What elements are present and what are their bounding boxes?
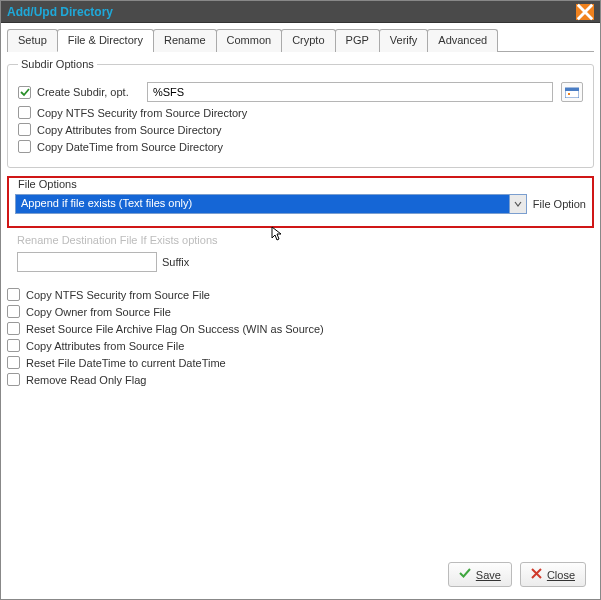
reset-datetime-checkbox[interactable] (7, 356, 20, 369)
copy-datetime-dir-label: Copy DateTime from Source Directory (37, 141, 223, 153)
svg-rect-2 (568, 93, 570, 95)
rename-destination-group: Rename Destination File If Exists option… (7, 234, 594, 272)
close-label: Close (547, 569, 575, 581)
window-close-button[interactable] (576, 4, 594, 20)
tab-advanced[interactable]: Advanced (427, 29, 498, 52)
file-option-dropdown[interactable]: Append if file exists (Text files only) (15, 194, 527, 214)
file-options-legend: File Options (15, 178, 586, 190)
tab-setup[interactable]: Setup (7, 29, 58, 52)
titlebar: Add/Upd Directory (1, 1, 600, 23)
subdir-options-group: Subdir Options Create Subdir, opt. (7, 58, 594, 168)
bottom-bar: Save Close (7, 556, 594, 593)
copy-ntfs-file-checkbox[interactable] (7, 288, 20, 301)
file-option-value: Append if file exists (Text files only) (16, 195, 510, 213)
suffix-label: Suffix (162, 256, 189, 268)
panel-body: Subdir Options Create Subdir, opt. (7, 58, 594, 593)
check-icon (459, 567, 471, 582)
suffix-input[interactable] (17, 252, 157, 272)
copy-owner-file-checkbox[interactable] (7, 305, 20, 318)
file-options-highlight: File Options Append if file exists (Text… (7, 176, 594, 228)
copy-owner-file-label: Copy Owner from Source File (26, 306, 171, 318)
save-label: Save (476, 569, 501, 581)
copy-attrs-dir-checkbox[interactable] (18, 123, 31, 136)
subdir-legend: Subdir Options (18, 58, 97, 70)
copy-ntfs-file-label: Copy NTFS Security from Source File (26, 289, 210, 301)
chevron-down-icon[interactable] (510, 195, 526, 213)
copy-attrs-dir-label: Copy Attributes from Source Directory (37, 124, 222, 136)
create-subdir-label: Create Subdir, opt. (37, 86, 147, 98)
remove-readonly-checkbox[interactable] (7, 373, 20, 386)
tab-common[interactable]: Common (216, 29, 283, 52)
rename-group-title: Rename Destination File If Exists option… (17, 234, 218, 246)
tab-file-directory[interactable]: File & Directory (57, 29, 154, 52)
tab-verify[interactable]: Verify (379, 29, 429, 52)
copy-ntfs-dir-label: Copy NTFS Security from Source Directory (37, 107, 247, 119)
copy-attrs-file-checkbox[interactable] (7, 339, 20, 352)
remove-readonly-label: Remove Read Only Flag (26, 374, 146, 386)
copy-attrs-file-label: Copy Attributes from Source File (26, 340, 184, 352)
create-subdir-checkbox[interactable] (18, 86, 31, 99)
copy-ntfs-dir-checkbox[interactable] (18, 106, 31, 119)
copy-datetime-dir-checkbox[interactable] (18, 140, 31, 153)
reset-archive-checkbox[interactable] (7, 322, 20, 335)
create-subdir-input[interactable] (147, 82, 553, 102)
svg-rect-1 (565, 88, 579, 91)
tab-bar: Setup File & Directory Rename Common Cry… (7, 28, 594, 52)
close-icon (531, 568, 542, 582)
reset-datetime-label: Reset File DateTime to current DateTime (26, 357, 226, 369)
browse-subdir-button[interactable] (561, 82, 583, 102)
close-button[interactable]: Close (520, 562, 586, 587)
file-option-side-label: File Option (533, 198, 586, 210)
save-button[interactable]: Save (448, 562, 512, 587)
tab-pgp[interactable]: PGP (335, 29, 380, 52)
tab-crypto[interactable]: Crypto (281, 29, 335, 52)
reset-archive-label: Reset Source File Archive Flag On Succes… (26, 323, 324, 335)
tab-rename[interactable]: Rename (153, 29, 217, 52)
window-title: Add/Upd Directory (7, 5, 113, 19)
